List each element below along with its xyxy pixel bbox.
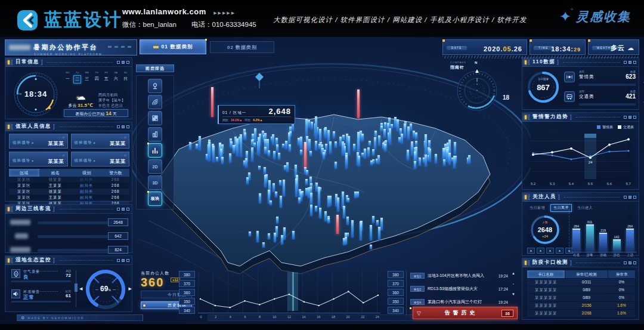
layer-block-button[interactable]: 板块 (148, 192, 162, 206)
panel-control-min-icon[interactable] (624, 116, 627, 119)
map-tooltip: 01 / 区域一 2,648 同比 14.1%▲ 环比 6.2%▲ (218, 105, 295, 124)
category-icon[interactable] (527, 248, 535, 254)
cloud-icon: ☁ (627, 44, 634, 51)
panel-control-pin-icon[interactable] (628, 116, 631, 119)
weather-stat: WEATHER 多云☁ (588, 39, 639, 55)
panel-control-pin-icon[interactable] (122, 125, 125, 128)
category-icon[interactable] (546, 248, 554, 254)
speaker-icon (11, 289, 20, 298)
legend-swatch (618, 125, 621, 129)
focus-count-value: 2648 (528, 226, 562, 233)
more-dots-icon: ⋯ ⊙ (58, 135, 65, 139)
scroll-dot-icon[interactable]: ● (513, 282, 514, 285)
signal-icon (151, 98, 159, 106)
category-icon[interactable] (537, 248, 544, 254)
tab-data-category-1[interactable]: 01 数据类别 (140, 39, 206, 54)
panel-control-expand-icon[interactable] (126, 259, 129, 262)
panel-control-min-icon[interactable] (624, 61, 627, 64)
alert-list-item[interactable]: 类型4 某路口有小汽车连闯三个红灯 19:24 (410, 298, 508, 306)
panel-control-expand-icon[interactable] (633, 196, 636, 199)
duty-table: 区域姓名级别警力数 某某区张某某副局长268 某某区王某某副局长268 某某区张… (9, 169, 129, 206)
alert-list-item[interactable]: 类型1 湿地3-104片区有不明人员闯入 19:24 (410, 272, 508, 280)
category-icon[interactable] (556, 248, 564, 254)
alert-history-button[interactable]: ▽ 告警历史 36 (413, 307, 518, 319)
weekday: FR五 (103, 71, 110, 84)
layer-camera-button[interactable] (148, 79, 162, 93)
checkpoint-table: 卡口名称异常/已检测异常率 某某某某某0/3110% 某某某某某0/890% 某… (527, 270, 635, 317)
time-main: 18:34: (551, 45, 574, 53)
panel-daily-info: [日常信息] PM 18:34 MO一 TU二 WE三 (5, 57, 132, 119)
y-axis-tick: 350 (388, 298, 404, 305)
lunar-calendar: 闰四月初四 庚子年【鼠年】 辛巳月 己巳日 (98, 92, 126, 109)
panel-control-pin-icon[interactable] (628, 261, 631, 264)
panel-control-pin-icon[interactable] (628, 61, 631, 64)
flow-value: 824 (108, 246, 128, 254)
panel-control-pin-icon[interactable] (122, 208, 125, 211)
tab-1-label: 01 数据类别 (162, 44, 193, 51)
bar-label: 涉毒 (587, 253, 593, 257)
alert-text: RD13-53烟感报警疑似火灾 (428, 286, 496, 292)
layer-building-button[interactable] (148, 127, 162, 141)
block-label: 板块 (151, 196, 159, 202)
panel-control-min-icon[interactable] (624, 261, 627, 264)
alert-scroll-controls: ▲ ● ▼ (512, 272, 515, 296)
brand-logo: 蓝蓝设计 (17, 8, 123, 32)
panel-control-expand-icon[interactable] (126, 125, 129, 128)
focus-bar-chart: 264在逃311涉毒219涉稳142涉恐264上访 (569, 209, 637, 252)
bar-value: 264 (574, 224, 579, 228)
siren-icon (564, 72, 575, 82)
website-link[interactable]: www.lanlanwork.com (122, 7, 206, 16)
layer-signal-button[interactable] (148, 95, 162, 109)
alert-list-item[interactable]: 类型2 RD13-53烟感报警疑似火灾 17:24 (410, 285, 508, 293)
tooltip-region: 01 / 区域一 (222, 110, 246, 116)
layer-chart-button[interactable] (148, 143, 162, 158)
panel-control-min-icon[interactable] (117, 208, 120, 211)
panel-control-expand-icon[interactable] (633, 116, 636, 119)
flow-bar-row: 2648 (10, 218, 128, 227)
panel-tick (8, 60, 10, 64)
summer-notice: 暑期办公已开始14天 (64, 109, 128, 117)
tab-new-today[interactable]: 当日新增 (527, 205, 547, 211)
panel-control-expand-icon[interactable] (126, 61, 129, 64)
panel-control-min-icon[interactable] (117, 125, 120, 128)
weekday-active: TU二 (73, 71, 81, 84)
duty-leader-card[interactable]: 值班领导 ▸⋯ ⊙某某某 (9, 152, 68, 166)
panel-control-pin-icon[interactable] (628, 196, 631, 199)
duty-table-header: 区域姓名级别警力数 (9, 169, 129, 177)
scroll-down-icon[interactable]: ▼ (512, 292, 515, 296)
panel-control-min-icon[interactable] (117, 259, 120, 262)
made-by-text: MADE BY NEHOMMICOR (27, 316, 84, 320)
panel-control-pin-icon[interactable] (122, 259, 125, 262)
panel-control-expand-icon[interactable] (633, 261, 636, 264)
duty-leader-card[interactable]: 值班领导 ▸⋯ ⊙某某某 (9, 134, 68, 149)
compass[interactable]: COMPASS 指南针 N ⌃⌄ 18 (450, 61, 504, 116)
scroll-up-icon[interactable]: ▲ (512, 272, 515, 275)
duty-leader-card[interactable]: 值班领导 ▸⋯ ⊙某某某 (71, 134, 130, 149)
weather-widget: ☀☁ 多云 31.5℃ (65, 91, 96, 109)
layer-grid-button[interactable] (148, 111, 162, 125)
panel-control-min-icon[interactable] (624, 196, 627, 199)
layer-3d-button[interactable]: 3D (148, 175, 162, 190)
mom-label: 环比 (244, 118, 250, 122)
layer-filter-title: 图层筛选 (136, 64, 174, 72)
panel-control-min-icon[interactable] (117, 61, 120, 64)
panel-control-expand-icon[interactable] (633, 61, 636, 64)
duty-leader-card[interactable]: 值班领导 ▸⋯ ⊙某某某 (71, 152, 130, 166)
y-axis-tick: 340 (388, 307, 404, 314)
panel-control-pin-icon[interactable] (122, 61, 125, 64)
weather-value: 多云 (611, 44, 625, 51)
layer-2d-button[interactable]: 2D (148, 159, 162, 174)
building-icon (151, 131, 159, 138)
weekday: MO一 (64, 71, 72, 84)
y-axis-tick: 340 (179, 307, 195, 314)
left-arrow-icon[interactable]: ◀ (79, 286, 82, 291)
tab-data-category-2[interactable]: 02 数据类别 (210, 41, 274, 53)
layer-filter: 图层筛选 2D 3D 板块 (136, 64, 174, 209)
focus-bar-column: 142涉恐 (612, 209, 622, 252)
tooltip-value: 2,648 (268, 107, 291, 116)
right-arrow-icon[interactable]: ▶ (129, 286, 132, 291)
panel-wetland-eco: [湿地生态监控] 空气质量 良 AQI 72 环境噪音 正常 分贝 61 (5, 255, 132, 312)
panel-control-expand-icon[interactable] (126, 208, 129, 211)
gear-icon: ⚙ (21, 316, 24, 320)
weekday: SA六 (112, 71, 120, 84)
